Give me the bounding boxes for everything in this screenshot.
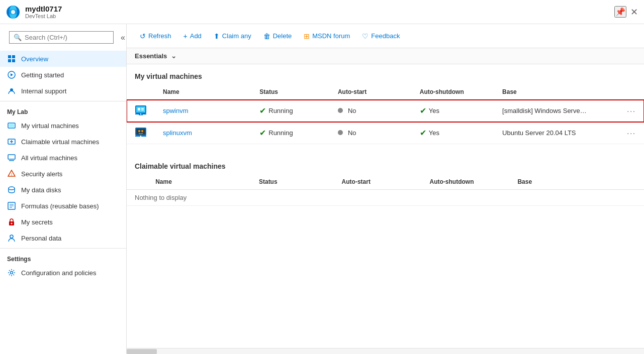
svg-rect-26 [136, 106, 145, 112]
my-vms-icon [7, 121, 16, 130]
internal-support-label: Internal support [21, 87, 66, 95]
refresh-button[interactable]: ↺ Refresh [135, 30, 176, 43]
svg-point-16 [9, 187, 15, 190]
my-vms-label: My virtual machines [21, 122, 79, 130]
svg-point-35 [138, 130, 140, 132]
overview-label: Overview [21, 55, 48, 63]
vm-windows-icon [135, 104, 147, 116]
vm-base: [smalldisk] Windows Serve… [494, 100, 619, 122]
resource-type: DevTest Lab [25, 13, 614, 19]
search-box[interactable]: 🔍 [9, 31, 114, 44]
autostart-value: No [348, 107, 356, 114]
h-scroll-thumb[interactable] [127, 349, 157, 354]
delete-button[interactable]: 🗑 Delete [258, 30, 297, 43]
all-vms-label: All virtual machines [21, 154, 77, 162]
app-logo [6, 5, 20, 19]
sidebar: 🔍 « Overview Getting started Internal su… [0, 24, 127, 354]
collapse-sidebar-button[interactable]: « [121, 33, 125, 42]
autostart-no: No [338, 107, 356, 114]
no-data-label: Nothing to display [127, 190, 644, 206]
vm-icon-cell [127, 100, 155, 122]
settings-section-label: Settings [0, 251, 126, 265]
svg-rect-32 [141, 109, 144, 110]
svg-point-22 [11, 223, 13, 224]
my-data-disks-label: My data disks [21, 186, 61, 194]
search-input[interactable] [25, 34, 109, 41]
vm-more-actions[interactable]: ··· [619, 100, 644, 122]
sidebar-item-my-data-disks[interactable]: My data disks [0, 182, 126, 198]
sidebar-item-my-secrets[interactable]: My secrets [0, 214, 126, 230]
svg-rect-28 [141, 113, 146, 114]
autoshutdown-value: Yes [429, 107, 439, 114]
sidebar-item-getting-started[interactable]: Getting started [0, 67, 126, 83]
svg-point-23 [10, 235, 13, 238]
claimable-vms-title: Claimable virtual machines [127, 154, 644, 174]
th-base: Base [494, 84, 619, 100]
add-icon: + [183, 32, 188, 40]
th-icon2 [127, 174, 147, 190]
config-label: Configuration and policies [21, 269, 97, 277]
title-bar: mydtl0717 DevTest Lab 📌 ✕ [0, 0, 644, 24]
th-autostart2: Auto-start [334, 174, 422, 190]
svg-rect-31 [141, 108, 144, 109]
svg-rect-30 [138, 108, 140, 110]
vm-autoshutdown: ✔ Yes [412, 100, 494, 122]
vm-status: ✔ Running [251, 100, 330, 122]
sidebar-item-internal-support[interactable]: Internal support [0, 83, 126, 99]
vm-autoshutdown: ✔ Yes [412, 122, 494, 144]
svg-rect-13 [8, 155, 15, 159]
toolbar: ↺ Refresh + Add ⬆ Claim any 🗑 Delete ⊞ M… [127, 24, 644, 48]
feedback-label: Feedback [371, 32, 400, 40]
vm-more-button[interactable]: ··· [627, 107, 636, 115]
sidebar-item-overview[interactable]: Overview [0, 51, 126, 67]
claim-icon: ⬆ [214, 32, 220, 40]
th-status2: Status [251, 174, 334, 190]
getting-started-icon [7, 70, 16, 79]
svg-rect-5 [12, 55, 15, 58]
claim-any-button[interactable]: ⬆ Claim any [209, 30, 256, 43]
vm-linux-icon [135, 126, 147, 138]
sidebar-item-security-alerts[interactable]: ! Security alerts [0, 166, 126, 182]
vm-status: ✔ Running [251, 122, 330, 144]
essentials-bar[interactable]: Essentials ⌄ [127, 48, 644, 64]
feedback-button[interactable]: ♡ Feedback [357, 30, 405, 43]
msdn-forum-button[interactable]: ⊞ MSDN forum [299, 30, 355, 43]
getting-started-label: Getting started [21, 71, 64, 79]
vm-more-actions[interactable]: ··· [619, 122, 644, 144]
claim-any-label: Claim any [222, 32, 251, 40]
vm-name[interactable]: spwinvm [155, 100, 251, 122]
sidebar-item-configuration-policies[interactable]: Configuration and policies [0, 265, 126, 281]
internal-support-icon [7, 86, 16, 95]
th-actions [619, 84, 644, 100]
sidebar-item-claimable-vms[interactable]: Claimable virtual machines [0, 134, 126, 150]
sidebar-item-all-vms[interactable]: All virtual machines [0, 150, 126, 166]
status-check-icon: ✔ [259, 106, 266, 115]
th-status: Status [251, 84, 330, 100]
close-button[interactable]: ✕ [630, 7, 638, 18]
pin-button[interactable]: 📌 [614, 6, 626, 18]
table-row[interactable]: spwinvm ✔ Running No [127, 100, 644, 122]
sidebar-item-formulas[interactable]: Formulas (reusable bases) [0, 198, 126, 214]
scroll-area[interactable]: My virtual machines Name Status Auto-sta… [127, 64, 644, 348]
overview-icon [7, 54, 16, 63]
autoshutdown-yes: ✔ Yes [420, 128, 439, 138]
add-button[interactable]: + Add [178, 30, 207, 43]
horizontal-scrollbar[interactable] [127, 348, 644, 354]
th-autostart: Auto-start [330, 84, 412, 100]
table-row[interactable]: splinuxvm ✔ Running No [127, 122, 644, 144]
feedback-icon: ♡ [362, 32, 369, 40]
vm-autostart: No [330, 122, 412, 144]
essentials-label: Essentials [135, 52, 167, 60]
my-virtual-machines-title: My virtual machines [127, 64, 644, 84]
svg-point-24 [11, 272, 13, 274]
sidebar-item-personal-data[interactable]: Personal data [0, 230, 126, 246]
sidebar-item-my-virtual-machines[interactable]: My virtual machines [0, 117, 126, 134]
claimable-vms-label: Claimable virtual machines [21, 138, 99, 146]
autostart-no: No [338, 129, 356, 137]
claimable-vms-icon [7, 137, 16, 146]
msdn-forum-label: MSDN forum [312, 32, 350, 40]
vm-more-button[interactable]: ··· [627, 129, 636, 137]
vm-name[interactable]: splinuxvm [155, 122, 251, 144]
all-vms-icon [7, 153, 16, 162]
status-running: ✔ Running [259, 106, 293, 115]
